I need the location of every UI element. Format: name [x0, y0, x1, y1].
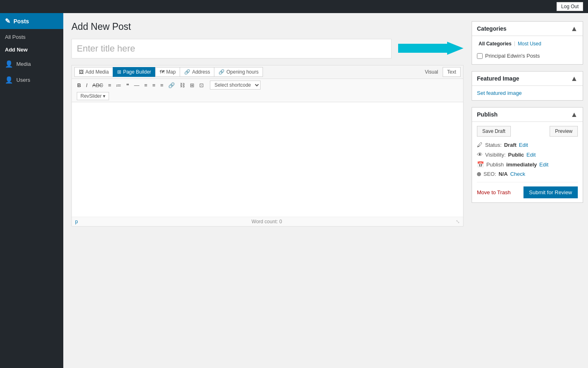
publish-time-row: 📅 Publish immediately Edit	[477, 161, 578, 168]
sidebar-item-add-new[interactable]: Add New	[0, 43, 63, 56]
align-center-button[interactable]: ≡	[150, 81, 158, 90]
map-button[interactable]: 🗺 Map	[155, 67, 180, 77]
opening-hours-label: Opening hours	[226, 69, 258, 75]
horizontal-rule-button[interactable]: —	[132, 81, 141, 90]
visibility-label: Visibility:	[485, 152, 506, 158]
logout-button[interactable]: Log Out	[557, 2, 583, 11]
page-builder-button[interactable]: ⊞ Page Builder	[113, 67, 155, 77]
editor-wrapper: 🖼 Add Media ⊞ Page Builder 🗺 Map 🔗 Addre…	[71, 65, 463, 227]
editor-content[interactable]	[72, 102, 463, 217]
italic-button[interactable]: I	[84, 81, 89, 90]
category-item: Principal Edwin's Posts	[477, 52, 578, 60]
post-title-input[interactable]	[71, 39, 392, 58]
bold-button[interactable]: B	[75, 81, 83, 90]
status-edit-link[interactable]: Edit	[519, 142, 528, 148]
sidebar-item-media[interactable]: 👤 Media	[0, 56, 63, 72]
save-draft-button[interactable]: Save Draft	[477, 126, 511, 137]
publish-value: immediately	[506, 162, 537, 168]
category-checkbox[interactable]	[477, 53, 483, 59]
seo-icon	[477, 172, 481, 176]
visual-text-tabs: Visual Text	[421, 67, 461, 77]
publish-actions: Save Draft Preview	[477, 126, 578, 137]
publish-panel: Publish ▲ Save Draft Preview 🖊 Status: D…	[472, 107, 583, 203]
arrow-indicator	[398, 42, 463, 56]
visibility-edit-link[interactable]: Edit	[526, 152, 535, 158]
revslider-row: RevSlider ▾	[75, 92, 460, 100]
main-content: Add New Post 🖼 Add Media	[63, 13, 472, 368]
unordered-list-button[interactable]: ≡	[106, 81, 114, 90]
publish-visibility-row: 👁 Visibility: Public Edit	[477, 151, 578, 158]
seo-check-link[interactable]: Check	[510, 171, 525, 177]
categories-panel-toggle[interactable]: ▲	[570, 25, 578, 32]
category-label: Principal Edwin's Posts	[485, 53, 540, 59]
editor-top-bar: 🖼 Add Media ⊞ Page Builder 🗺 Map 🔗 Addre…	[72, 65, 463, 79]
link-button[interactable]: 🔗	[166, 81, 177, 90]
publish-panel-body: Save Draft Preview 🖊 Status: Draft Edit …	[472, 122, 583, 202]
category-tabs: All Categories | Most Used	[477, 40, 578, 47]
add-media-icon: 🖼	[79, 69, 84, 75]
unlink-button[interactable]: ⛓	[178, 81, 187, 90]
map-label: Map	[166, 69, 176, 75]
revslider-button[interactable]: RevSlider ▾	[77, 92, 109, 100]
align-right-button[interactable]: ≡	[158, 81, 166, 90]
sidebar-posts-section[interactable]: ✎ Posts	[0, 13, 63, 29]
add-media-button[interactable]: 🖼 Add Media	[74, 67, 113, 77]
tab-most-used[interactable]: Most Used	[516, 40, 543, 47]
top-bar: Log Out	[0, 0, 588, 13]
address-label: Address	[192, 69, 210, 75]
visibility-value: Public	[508, 152, 524, 158]
blockquote-button[interactable]: ❝	[124, 81, 131, 90]
submit-review-button[interactable]: Submit for Review	[523, 186, 578, 198]
svg-marker-0	[398, 42, 463, 55]
seo-label: SEO:	[483, 171, 496, 177]
shortcode-select[interactable]: Select shortcode	[210, 81, 261, 90]
add-media-label: Add Media	[85, 69, 109, 75]
address-button[interactable]: 🔗 Address	[180, 67, 214, 77]
paragraph-tag: p	[75, 219, 78, 224]
ordered-list-button[interactable]: ≔	[114, 81, 123, 90]
publish-panel-title: Publish	[477, 111, 498, 118]
sidebar-item-users[interactable]: 👤 Users	[0, 72, 63, 88]
publish-edit-link[interactable]: Edit	[539, 162, 548, 168]
arrow-icon	[398, 42, 463, 55]
publish-panel-header: Publish ▲	[472, 108, 583, 122]
featured-image-panel: Featured Image ▲ Set featured image	[472, 71, 583, 101]
publish-label: Publish	[486, 162, 504, 168]
opening-hours-button[interactable]: 🔗 Opening hours	[214, 67, 263, 77]
fullscreen-button[interactable]: ⊡	[197, 81, 206, 90]
featured-image-panel-toggle[interactable]: ▲	[570, 75, 578, 82]
publish-time-icon: 📅	[477, 161, 484, 168]
sidebar-users-label: Users	[16, 77, 30, 83]
move-to-trash-link[interactable]: Move to Trash	[477, 189, 510, 195]
categories-panel-title: Categories	[477, 25, 506, 32]
align-left-button[interactable]: ≡	[142, 81, 149, 90]
status-value: Draft	[504, 142, 516, 148]
sidebar-posts-nav: All Posts Add New	[0, 31, 63, 56]
media-icon: 👤	[5, 60, 13, 68]
tab-text[interactable]: Text	[443, 67, 461, 77]
right-sidebar: Categories ▲ All Categories | Most Used …	[472, 13, 588, 368]
seo-row: SEO: N/A Check	[477, 171, 578, 177]
title-row	[71, 39, 463, 58]
strikethrough-button[interactable]: ABC	[90, 81, 105, 90]
main-layout: ✎ Posts All Posts Add New 👤 Media 👤 User…	[0, 13, 588, 368]
page-builder-icon: ⊞	[117, 69, 121, 75]
categories-panel-body: All Categories | Most Used Principal Edw…	[472, 36, 583, 64]
set-featured-image-link[interactable]: Set featured image	[477, 90, 522, 96]
users-icon: 👤	[5, 76, 13, 84]
visibility-icon: 👁	[477, 151, 483, 158]
publish-panel-toggle[interactable]: ▲	[570, 111, 578, 118]
address-icon: 🔗	[184, 69, 190, 75]
word-count-label: Word count: 0	[252, 219, 282, 224]
seo-value: N/A	[499, 171, 508, 177]
tab-visual[interactable]: Visual	[421, 67, 443, 77]
page-builder-label: Page Builder	[123, 69, 151, 75]
tab-all-categories[interactable]: All Categories	[477, 40, 513, 47]
resize-handle[interactable]: ⤡	[456, 219, 460, 224]
page-title: Add New Post	[71, 21, 463, 32]
table-button[interactable]: ⊞	[188, 81, 196, 90]
editor-actions: 🖼 Add Media ⊞ Page Builder 🗺 Map 🔗 Addre…	[74, 67, 263, 77]
preview-button[interactable]: Preview	[550, 126, 578, 137]
sidebar-media-label: Media	[16, 61, 31, 67]
sidebar-item-all-posts[interactable]: All Posts	[0, 31, 63, 43]
